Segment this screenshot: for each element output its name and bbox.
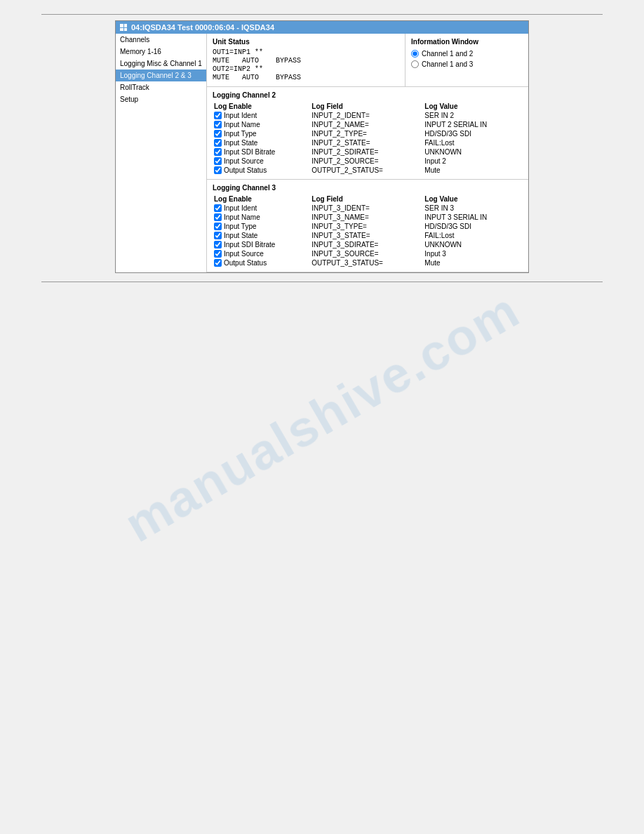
radio-ch12[interactable] bbox=[411, 50, 419, 58]
sidebar-item-memory[interactable]: Memory 1-16 bbox=[116, 46, 206, 58]
sidebar-item-channels[interactable]: Channels bbox=[116, 34, 206, 46]
unit-status-row-4: MUTE AUTO BYPASS bbox=[213, 74, 399, 81]
ch2-field-cell-2: INPUT_2_TYPE= bbox=[310, 129, 423, 138]
sidebar-item-logging-ch23[interactable]: Logging Channel 2 & 3 bbox=[116, 70, 206, 81]
ch2-enable-label-1: Input Name bbox=[224, 121, 260, 128]
ch2-checkbox-1[interactable] bbox=[214, 121, 222, 128]
ch3-field-cell-3: INPUT_3_STATE= bbox=[310, 231, 423, 240]
ch2-enable-label-2: Input Type bbox=[224, 130, 257, 138]
bottom-divider bbox=[41, 282, 603, 282]
ch2-checkbox-2[interactable] bbox=[214, 130, 222, 138]
unit-status-row-1: OUT1=INP1 ** bbox=[213, 48, 399, 56]
ch3-enable-cell-4: Input SDI Bitrate bbox=[213, 240, 310, 249]
ch2-enable-label-6: Output Status bbox=[224, 166, 267, 174]
ch3-value-cell-4: UNKNOWN bbox=[423, 240, 523, 249]
ch2-checkbox-3[interactable] bbox=[214, 139, 222, 147]
table-row: Input State INPUT_3_STATE= FAIL:Lost bbox=[213, 231, 523, 240]
ch2-enable-cell-1: Input Name bbox=[213, 120, 310, 129]
ch3-checkbox-3[interactable] bbox=[214, 232, 222, 239]
ch3-header-field: Log Field bbox=[310, 194, 423, 204]
table-row: Input Ident INPUT_2_IDENT= SER IN 2 bbox=[213, 111, 523, 120]
radio-ch13[interactable] bbox=[411, 60, 419, 68]
radio-ch12-label: Channel 1 and 2 bbox=[422, 50, 473, 58]
ch3-enable-cell-1: Input Name bbox=[213, 213, 310, 222]
ch2-header-value: Log Value bbox=[423, 102, 523, 111]
ch2-field-cell-0: INPUT_2_IDENT= bbox=[310, 111, 423, 120]
table-row: Output Status OUTPUT_3_STATUS= Mute bbox=[213, 258, 523, 267]
ch2-checkbox-5[interactable] bbox=[214, 157, 222, 165]
ch2-enable-label-0: Input Ident bbox=[224, 112, 257, 119]
info-window-panel: Information Window Channel 1 and 2 Chann… bbox=[405, 34, 528, 86]
ch2-value-cell-5: Input 2 bbox=[423, 157, 523, 166]
unit-status-row-2: MUTE AUTO BYPASS bbox=[213, 57, 399, 65]
logging-ch2-title: Logging Channel 2 bbox=[213, 91, 523, 99]
sidebar-item-logging-misc[interactable]: Logging Misc & Channel 1 bbox=[116, 58, 206, 70]
grid-icon bbox=[120, 24, 127, 31]
ch3-field-cell-4: INPUT_3_SDIRATE= bbox=[310, 240, 423, 249]
ch3-checkbox-1[interactable] bbox=[214, 213, 222, 221]
ch2-enable-cell-4: Input SDI Bitrate bbox=[213, 147, 310, 157]
logging-ch3-section: Logging Channel 3 Log Enable Log Field L… bbox=[207, 180, 528, 272]
sidebar-item-rolltrack[interactable]: RollTrack bbox=[116, 81, 206, 93]
ch2-value-cell-6: Mute bbox=[423, 166, 523, 175]
ch3-checkbox-4[interactable] bbox=[214, 241, 222, 249]
ch2-field-cell-6: OUTPUT_2_STATUS= bbox=[310, 166, 423, 175]
ch3-value-cell-2: HD/SD/3G SDI bbox=[423, 222, 523, 231]
ch2-field-cell-5: INPUT_2_SOURCE= bbox=[310, 157, 423, 166]
ch3-enable-label-6: Output Status bbox=[224, 259, 267, 267]
ch2-value-cell-0: SER IN 2 bbox=[423, 111, 523, 120]
table-row: Input SDI Bitrate INPUT_3_SDIRATE= UNKNO… bbox=[213, 240, 523, 249]
ch2-checkbox-4[interactable] bbox=[214, 148, 222, 156]
ch2-value-cell-1: INPUT 2 SERIAL IN bbox=[423, 120, 523, 129]
table-row: Output Status OUTPUT_2_STATUS= Mute bbox=[213, 166, 523, 175]
ch2-field-cell-1: INPUT_2_NAME= bbox=[310, 120, 423, 129]
table-row: Input Type INPUT_2_TYPE= HD/SD/3G SDI bbox=[213, 129, 523, 138]
radio-ch12-row: Channel 1 and 2 bbox=[411, 50, 523, 58]
ch3-checkbox-5[interactable] bbox=[214, 250, 222, 258]
unit-status-panel: Unit Status OUT1=INP1 ** MUTE AUTO BYPAS… bbox=[207, 34, 405, 86]
ch3-field-cell-5: INPUT_3_SOURCE= bbox=[310, 249, 423, 258]
radio-ch13-row: Channel 1 and 3 bbox=[411, 60, 523, 68]
ch2-enable-cell-0: Input Ident bbox=[213, 111, 310, 120]
ch3-enable-label-2: Input Type bbox=[224, 223, 257, 230]
ch3-enable-label-1: Input Name bbox=[224, 213, 260, 221]
info-window-title: Information Window bbox=[411, 38, 523, 46]
unit-status-row-3: OUT2=INP2 ** bbox=[213, 65, 399, 73]
ch3-checkbox-2[interactable] bbox=[214, 223, 222, 230]
ch3-value-cell-0: SER IN 3 bbox=[423, 204, 523, 213]
ch2-header-field: Log Field bbox=[310, 102, 423, 111]
table-row: Input Source INPUT_2_SOURCE= Input 2 bbox=[213, 157, 523, 166]
logging-ch2-section: Logging Channel 2 Log Enable Log Field L… bbox=[207, 87, 528, 180]
table-row: Input Source INPUT_3_SOURCE= Input 3 bbox=[213, 249, 523, 258]
top-panels: Unit Status OUT1=INP1 ** MUTE AUTO BYPAS… bbox=[207, 34, 528, 87]
ch2-value-cell-3: FAIL:Lost bbox=[423, 138, 523, 147]
ch3-enable-cell-0: Input Ident bbox=[213, 204, 310, 213]
ch3-enable-cell-3: Input State bbox=[213, 231, 310, 240]
right-panel: Unit Status OUT1=INP1 ** MUTE AUTO BYPAS… bbox=[207, 34, 528, 272]
ch2-field-cell-3: INPUT_2_STATE= bbox=[310, 138, 423, 147]
ch3-checkbox-6[interactable] bbox=[214, 259, 222, 267]
ch3-enable-label-0: Input Ident bbox=[224, 204, 257, 212]
logging-ch3-table: Log Enable Log Field Log Value Input Ide… bbox=[213, 194, 523, 267]
ch3-field-cell-6: OUTPUT_3_STATUS= bbox=[310, 258, 423, 267]
table-row: Input Name INPUT_2_NAME= INPUT 2 SERIAL … bbox=[213, 120, 523, 129]
sidebar-item-setup[interactable]: Setup bbox=[116, 93, 206, 105]
ch3-value-cell-3: FAIL:Lost bbox=[423, 231, 523, 240]
ch3-field-cell-0: INPUT_3_IDENT= bbox=[310, 204, 423, 213]
ch3-enable-label-3: Input State bbox=[224, 232, 257, 239]
ch2-enable-cell-2: Input Type bbox=[213, 129, 310, 138]
ch3-value-cell-6: Mute bbox=[423, 258, 523, 267]
unit-status-title: Unit Status bbox=[213, 38, 399, 46]
ch2-checkbox-6[interactable] bbox=[214, 166, 222, 174]
table-row: Input Name INPUT_3_NAME= INPUT 3 SERIAL … bbox=[213, 213, 523, 222]
ch2-header-enable: Log Enable bbox=[213, 102, 310, 111]
ch3-enable-label-5: Input Source bbox=[224, 250, 264, 258]
table-row: Input Ident INPUT_3_IDENT= SER IN 3 bbox=[213, 204, 523, 213]
ch3-header-value: Log Value bbox=[423, 194, 523, 204]
main-window: 04:IQSDA34 Test 0000:06:04 - IQSDA34 Cha… bbox=[115, 20, 529, 273]
ch3-checkbox-0[interactable] bbox=[214, 204, 222, 212]
ch2-enable-cell-6: Output Status bbox=[213, 166, 310, 175]
ch2-checkbox-0[interactable] bbox=[214, 112, 222, 119]
logging-ch3-title: Logging Channel 3 bbox=[213, 184, 523, 192]
ch3-enable-cell-5: Input Source bbox=[213, 249, 310, 258]
